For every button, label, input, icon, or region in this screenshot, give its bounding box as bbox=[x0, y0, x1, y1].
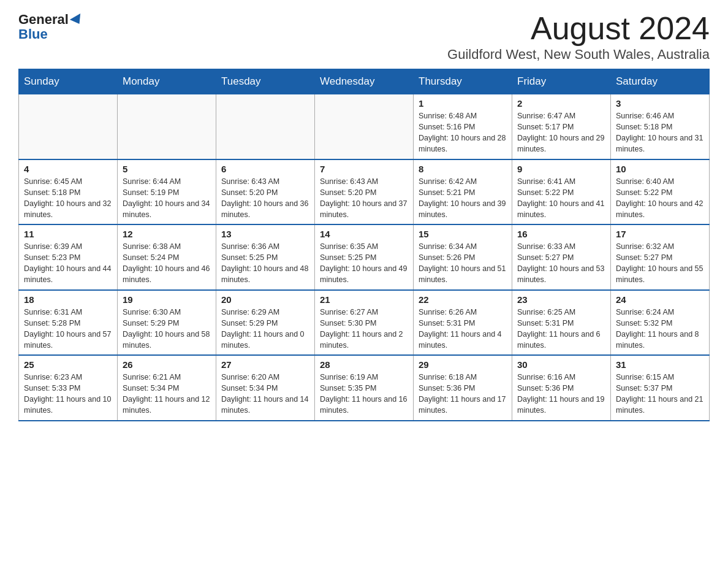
table-row: 17Sunrise: 6:32 AMSunset: 5:27 PMDayligh… bbox=[611, 224, 710, 290]
table-row: 29Sunrise: 6:18 AMSunset: 5:36 PMDayligh… bbox=[414, 355, 512, 421]
page-header: General Blue August 2024 Guildford West,… bbox=[18, 12, 710, 63]
table-row: 19Sunrise: 6:30 AMSunset: 5:29 PMDayligh… bbox=[118, 290, 216, 356]
table-row: 6Sunrise: 6:43 AMSunset: 5:20 PMDaylight… bbox=[216, 159, 315, 225]
logo: General Blue bbox=[18, 12, 83, 42]
day-number: 9 bbox=[517, 164, 605, 174]
table-row: 20Sunrise: 6:29 AMSunset: 5:29 PMDayligh… bbox=[216, 290, 315, 356]
table-row: 12Sunrise: 6:38 AMSunset: 5:24 PMDayligh… bbox=[118, 224, 216, 290]
title-block: August 2024 Guildford West, New South Wa… bbox=[447, 12, 710, 63]
day-number: 1 bbox=[419, 98, 507, 109]
table-row: 21Sunrise: 6:27 AMSunset: 5:30 PMDayligh… bbox=[315, 290, 414, 356]
table-row: 9Sunrise: 6:41 AMSunset: 5:22 PMDaylight… bbox=[512, 159, 611, 225]
day-number: 6 bbox=[221, 164, 309, 174]
day-info: Sunrise: 6:33 AMSunset: 5:27 PMDaylight:… bbox=[517, 241, 605, 286]
table-row bbox=[118, 94, 216, 159]
table-row: 30Sunrise: 6:16 AMSunset: 5:36 PMDayligh… bbox=[512, 355, 611, 421]
table-row: 3Sunrise: 6:46 AMSunset: 5:18 PMDaylight… bbox=[611, 94, 710, 159]
day-info: Sunrise: 6:23 AMSunset: 5:33 PMDaylight:… bbox=[24, 372, 112, 416]
col-monday: Monday bbox=[118, 69, 216, 94]
calendar-week-row: 11Sunrise: 6:39 AMSunset: 5:23 PMDayligh… bbox=[19, 224, 710, 290]
day-number: 10 bbox=[616, 164, 704, 174]
day-info: Sunrise: 6:24 AMSunset: 5:32 PMDaylight:… bbox=[616, 307, 704, 351]
table-row: 31Sunrise: 6:15 AMSunset: 5:37 PMDayligh… bbox=[611, 355, 710, 421]
table-row: 13Sunrise: 6:36 AMSunset: 5:25 PMDayligh… bbox=[216, 224, 315, 290]
day-info: Sunrise: 6:43 AMSunset: 5:20 PMDaylight:… bbox=[221, 176, 309, 221]
day-number: 4 bbox=[24, 164, 112, 174]
day-number: 18 bbox=[24, 294, 112, 305]
day-number: 16 bbox=[517, 229, 605, 239]
day-number: 22 bbox=[419, 294, 507, 305]
table-row: 5Sunrise: 6:44 AMSunset: 5:19 PMDaylight… bbox=[118, 159, 216, 225]
day-info: Sunrise: 6:48 AMSunset: 5:16 PMDaylight:… bbox=[419, 110, 507, 155]
table-row: 15Sunrise: 6:34 AMSunset: 5:26 PMDayligh… bbox=[414, 224, 512, 290]
table-row bbox=[216, 94, 315, 159]
day-info: Sunrise: 6:40 AMSunset: 5:22 PMDaylight:… bbox=[616, 176, 704, 221]
page-subtitle: Guildford West, New South Wales, Austral… bbox=[447, 47, 710, 63]
day-info: Sunrise: 6:32 AMSunset: 5:27 PMDaylight:… bbox=[616, 241, 704, 286]
logo-general-text: General bbox=[18, 12, 69, 27]
calendar-week-row: 4Sunrise: 6:45 AMSunset: 5:18 PMDaylight… bbox=[19, 159, 710, 225]
day-number: 20 bbox=[221, 294, 309, 305]
col-saturday: Saturday bbox=[611, 69, 710, 94]
day-info: Sunrise: 6:43 AMSunset: 5:20 PMDaylight:… bbox=[320, 176, 408, 221]
table-row: 8Sunrise: 6:42 AMSunset: 5:21 PMDaylight… bbox=[414, 159, 512, 225]
day-info: Sunrise: 6:41 AMSunset: 5:22 PMDaylight:… bbox=[517, 176, 605, 221]
day-info: Sunrise: 6:45 AMSunset: 5:18 PMDaylight:… bbox=[24, 176, 112, 221]
day-number: 14 bbox=[320, 229, 408, 239]
table-row: 11Sunrise: 6:39 AMSunset: 5:23 PMDayligh… bbox=[19, 224, 118, 290]
day-number: 19 bbox=[123, 294, 211, 305]
day-number: 23 bbox=[517, 294, 605, 305]
day-info: Sunrise: 6:16 AMSunset: 5:36 PMDaylight:… bbox=[517, 372, 605, 416]
day-info: Sunrise: 6:38 AMSunset: 5:24 PMDaylight:… bbox=[123, 241, 211, 286]
table-row: 4Sunrise: 6:45 AMSunset: 5:18 PMDaylight… bbox=[19, 159, 118, 225]
table-row: 22Sunrise: 6:26 AMSunset: 5:31 PMDayligh… bbox=[414, 290, 512, 356]
day-info: Sunrise: 6:31 AMSunset: 5:28 PMDaylight:… bbox=[24, 307, 112, 351]
day-info: Sunrise: 6:46 AMSunset: 5:18 PMDaylight:… bbox=[616, 110, 704, 155]
col-sunday: Sunday bbox=[19, 69, 118, 94]
col-thursday: Thursday bbox=[414, 69, 512, 94]
table-row: 2Sunrise: 6:47 AMSunset: 5:17 PMDaylight… bbox=[512, 94, 611, 159]
day-number: 17 bbox=[616, 229, 704, 239]
day-info: Sunrise: 6:36 AMSunset: 5:25 PMDaylight:… bbox=[221, 241, 309, 286]
table-row: 14Sunrise: 6:35 AMSunset: 5:25 PMDayligh… bbox=[315, 224, 414, 290]
page-title: August 2024 bbox=[447, 12, 710, 44]
day-number: 26 bbox=[123, 359, 211, 370]
table-row: 1Sunrise: 6:48 AMSunset: 5:16 PMDaylight… bbox=[414, 94, 512, 159]
table-row: 24Sunrise: 6:24 AMSunset: 5:32 PMDayligh… bbox=[611, 290, 710, 356]
day-number: 7 bbox=[320, 164, 408, 174]
calendar-week-row: 18Sunrise: 6:31 AMSunset: 5:28 PMDayligh… bbox=[19, 290, 710, 356]
day-number: 2 bbox=[517, 98, 605, 109]
day-info: Sunrise: 6:18 AMSunset: 5:36 PMDaylight:… bbox=[419, 372, 507, 416]
table-row: 16Sunrise: 6:33 AMSunset: 5:27 PMDayligh… bbox=[512, 224, 611, 290]
calendar-week-row: 1Sunrise: 6:48 AMSunset: 5:16 PMDaylight… bbox=[19, 94, 710, 159]
table-row: 23Sunrise: 6:25 AMSunset: 5:31 PMDayligh… bbox=[512, 290, 611, 356]
day-info: Sunrise: 6:27 AMSunset: 5:30 PMDaylight:… bbox=[320, 307, 408, 351]
table-row: 18Sunrise: 6:31 AMSunset: 5:28 PMDayligh… bbox=[19, 290, 118, 356]
day-number: 31 bbox=[616, 359, 704, 370]
calendar-week-row: 25Sunrise: 6:23 AMSunset: 5:33 PMDayligh… bbox=[19, 355, 710, 421]
day-number: 27 bbox=[221, 359, 309, 370]
day-number: 21 bbox=[320, 294, 408, 305]
day-number: 3 bbox=[616, 98, 704, 109]
day-number: 13 bbox=[221, 229, 309, 239]
table-row bbox=[19, 94, 118, 159]
day-number: 12 bbox=[123, 229, 211, 239]
day-info: Sunrise: 6:42 AMSunset: 5:21 PMDaylight:… bbox=[419, 176, 507, 221]
day-info: Sunrise: 6:30 AMSunset: 5:29 PMDaylight:… bbox=[123, 307, 211, 351]
day-info: Sunrise: 6:21 AMSunset: 5:34 PMDaylight:… bbox=[123, 372, 211, 416]
day-info: Sunrise: 6:29 AMSunset: 5:29 PMDaylight:… bbox=[221, 307, 309, 351]
day-info: Sunrise: 6:39 AMSunset: 5:23 PMDaylight:… bbox=[24, 241, 112, 286]
col-wednesday: Wednesday bbox=[315, 69, 414, 94]
day-number: 5 bbox=[123, 164, 211, 174]
day-number: 29 bbox=[419, 359, 507, 370]
day-info: Sunrise: 6:19 AMSunset: 5:35 PMDaylight:… bbox=[320, 372, 408, 416]
day-info: Sunrise: 6:47 AMSunset: 5:17 PMDaylight:… bbox=[517, 110, 605, 155]
table-row: 25Sunrise: 6:23 AMSunset: 5:33 PMDayligh… bbox=[19, 355, 118, 421]
table-row: 10Sunrise: 6:40 AMSunset: 5:22 PMDayligh… bbox=[611, 159, 710, 225]
table-row: 27Sunrise: 6:20 AMSunset: 5:34 PMDayligh… bbox=[216, 355, 315, 421]
day-number: 30 bbox=[517, 359, 605, 370]
day-number: 8 bbox=[419, 164, 507, 174]
day-info: Sunrise: 6:20 AMSunset: 5:34 PMDaylight:… bbox=[221, 372, 309, 416]
day-info: Sunrise: 6:44 AMSunset: 5:19 PMDaylight:… bbox=[123, 176, 211, 221]
logo-triangle-icon bbox=[70, 13, 85, 27]
